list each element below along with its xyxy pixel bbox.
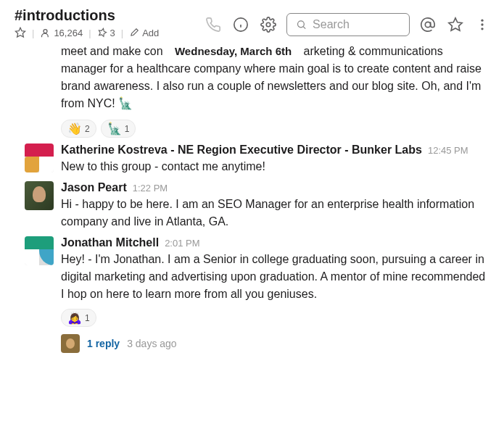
svg-point-6 <box>298 21 305 28</box>
avatar[interactable] <box>25 144 54 172</box>
header-meta: | 16,264 | 3 | Add <box>15 27 159 38</box>
message-author[interactable]: Jason Peart <box>61 181 127 194</box>
svg-point-8 <box>425 22 430 27</box>
svg-point-5 <box>266 22 270 27</box>
channel-header: #introductions | 16,264 | 3 | Add <box>0 0 504 44</box>
mentions-icon[interactable] <box>420 17 436 33</box>
header-icons-left <box>205 17 276 33</box>
header-left: #introductions | 16,264 | 3 | Add <box>15 7 159 38</box>
thread-avatar <box>61 334 80 353</box>
date-divider[interactable]: Wednesday, March 6th <box>166 43 300 60</box>
reaction[interactable]: 🙇‍♀️ 1 <box>61 309 96 327</box>
message-row: Jonathan Mitchell 2:01 PM Hey! - I'm Jon… <box>0 230 504 303</box>
phone-icon[interactable] <box>205 17 221 33</box>
svg-point-1 <box>44 29 47 33</box>
reaction[interactable]: 🗽 1 <box>101 120 136 138</box>
message-time: 12:45 PM <box>428 145 468 156</box>
search-field[interactable] <box>313 18 400 31</box>
message-row: Jason Peart 1:22 PM Hi - happy to be her… <box>0 175 504 230</box>
message-author[interactable]: Jonathan Mitchell <box>61 236 159 249</box>
reactions-bar: 🙇‍♀️ 1 <box>61 309 504 327</box>
avatar[interactable] <box>25 236 54 265</box>
message-content: Jonathan Mitchell 2:01 PM Hey! - I'm Jon… <box>61 236 489 303</box>
message-row: Katherine Kostreva - NE Region Executive… <box>0 138 504 175</box>
message-author[interactable]: Katherine Kostreva - NE Region Executive… <box>61 144 422 157</box>
message-content: Jason Peart 1:22 PM Hi - happy to be her… <box>61 181 489 230</box>
gear-icon[interactable] <box>260 17 276 33</box>
reactions-bar: 👋 2 🗽 1 <box>61 120 504 138</box>
info-icon[interactable] <box>233 17 249 33</box>
svg-point-10 <box>481 20 483 22</box>
header-icons-right <box>420 17 489 33</box>
svg-marker-9 <box>449 18 462 30</box>
svg-point-12 <box>481 28 483 30</box>
pins-count[interactable]: 3 <box>97 28 115 38</box>
reaction[interactable]: 👋 2 <box>61 120 96 138</box>
thread-reply[interactable]: 1 reply 3 days ago <box>61 334 504 353</box>
message-text: New to this group - contact me anytime! <box>61 158 489 175</box>
add-topic[interactable]: Add <box>129 28 159 38</box>
svg-point-11 <box>481 23 483 25</box>
messages-list: Katherine Kostreva - NE Region Executive… <box>0 138 504 367</box>
message-text: Hi - happy to be here. I am an SEO Manag… <box>61 196 489 230</box>
members-count[interactable]: 16,264 <box>40 28 83 38</box>
reply-link[interactable]: 1 reply <box>87 338 120 349</box>
search-input[interactable] <box>286 13 410 36</box>
cut-message-text: meet and make con Wednesday, March 6th a… <box>61 43 489 112</box>
svg-line-7 <box>303 27 305 29</box>
header-right <box>205 13 489 36</box>
star-icon[interactable] <box>15 27 26 38</box>
channel-name[interactable]: #introductions <box>15 7 159 24</box>
message-time: 2:01 PM <box>165 238 199 249</box>
more-icon[interactable] <box>475 17 489 32</box>
message-time: 1:22 PM <box>133 183 168 194</box>
message-content: Katherine Kostreva - NE Region Executive… <box>61 144 489 175</box>
reply-time: 3 days ago <box>127 338 177 349</box>
search-icon <box>296 18 307 31</box>
message-text: Hey! - I'm Jonathan. I am a Senior in co… <box>61 251 489 303</box>
svg-marker-0 <box>15 28 25 37</box>
avatar[interactable] <box>25 181 54 210</box>
star-button-icon[interactable] <box>447 17 463 33</box>
